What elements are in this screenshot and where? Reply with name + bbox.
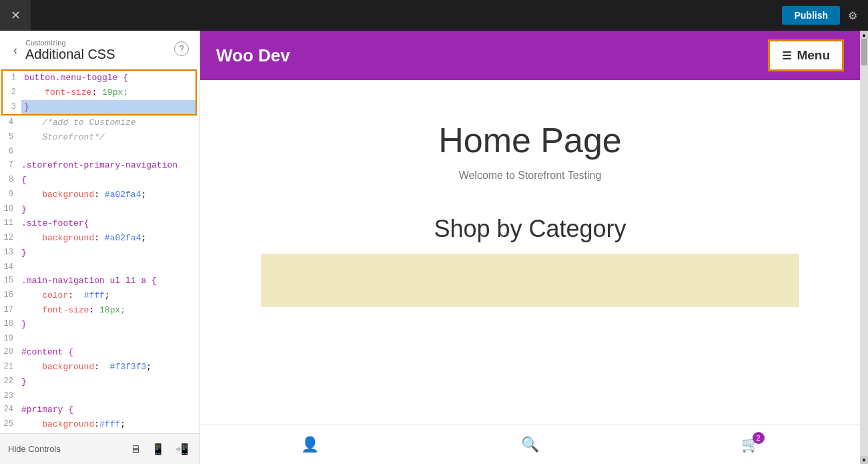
- line-number: 5: [0, 130, 19, 145]
- publish-button[interactable]: Publish: [782, 6, 840, 25]
- code-line: 5 Storefront*/: [0, 130, 199, 145]
- line-content: button.menu-toggle {: [21, 71, 195, 85]
- account-icon: 👤: [301, 436, 319, 453]
- preview-wrapper: Woo Dev ☰ Menu Home Page Welcome to Stor…: [200, 31, 868, 464]
- mobile-view-button[interactable]: 📲: [173, 440, 191, 458]
- search-button[interactable]: 🔍: [521, 436, 539, 453]
- site-content: Home Page Welcome to Storefront Testing …: [200, 80, 860, 424]
- hero-section: Home Page Welcome to Storefront Testing: [200, 80, 860, 208]
- code-editor[interactable]: 1button.menu-toggle {2 font-size: 19px;3…: [0, 69, 199, 433]
- code-line: 11.site-footer{: [0, 216, 199, 231]
- code-line: 14: [0, 260, 199, 274]
- shop-section: Shop by Category: [200, 208, 860, 307]
- line-content: Storefront*/: [19, 130, 199, 145]
- site-logo: Woo Dev: [216, 45, 290, 66]
- scrollbar-thumb[interactable]: [861, 39, 867, 65]
- code-line: 16 color: #fff;: [0, 288, 199, 303]
- line-content: }: [21, 100, 195, 115]
- search-icon: 🔍: [521, 436, 539, 453]
- line-content: [19, 332, 199, 345]
- close-button[interactable]: ✕: [0, 0, 31, 31]
- line-number: 7: [0, 158, 19, 173]
- line-number: 22: [0, 375, 19, 389]
- panel-title-group: Customizing Additional CSS: [25, 39, 115, 62]
- code-line: 9 background: #a02fa4;: [0, 188, 199, 202]
- category-placeholder: [261, 254, 799, 307]
- desktop-icon: 🖥: [130, 443, 141, 455]
- line-content: margin-top: 30px;: [19, 431, 199, 433]
- scroll-down-button[interactable]: ▼: [860, 456, 868, 464]
- account-button[interactable]: 👤: [301, 436, 319, 453]
- code-line: 20#content {: [0, 345, 199, 360]
- line-content: background:#fff;: [19, 417, 199, 432]
- line-content: background: #a02fa4;: [19, 231, 199, 246]
- line-content: font-size: 18px;: [19, 303, 199, 318]
- hide-controls-button[interactable]: Hide Controls: [8, 444, 61, 454]
- line-number: 12: [0, 231, 19, 246]
- line-number: 9: [0, 188, 19, 202]
- code-line: 17 font-size: 18px;: [0, 303, 199, 318]
- code-line: 3}: [3, 100, 195, 115]
- line-content: }: [19, 202, 199, 217]
- preview-area: Woo Dev ☰ Menu Home Page Welcome to Stor…: [200, 31, 868, 464]
- code-line: 2 font-size: 19px;: [3, 85, 195, 100]
- code-line: 19: [0, 332, 199, 345]
- code-line: 24#primary {: [0, 403, 199, 417]
- panel-header-left: ‹ Customizing Additional CSS: [11, 39, 115, 62]
- code-line: 13}: [0, 246, 199, 260]
- line-number: 18: [0, 317, 19, 332]
- tablet-icon: 📱: [151, 443, 165, 455]
- code-line: 8{: [0, 173, 199, 188]
- line-number: 25: [0, 417, 19, 432]
- main-area: ‹ Customizing Additional CSS ? 1button.m…: [0, 31, 868, 464]
- line-content: background: #a02fa4;: [19, 188, 199, 202]
- site-footer-bar: 👤 🔍 🛒 2: [200, 424, 860, 464]
- line-content: }: [19, 317, 199, 332]
- hero-subtitle: Welcome to Storefront Testing: [213, 170, 847, 182]
- line-number: 21: [0, 360, 19, 375]
- line-number: 23: [0, 389, 19, 403]
- tablet-view-button[interactable]: 📱: [149, 440, 167, 458]
- code-line: 26 margin-top: 30px;: [0, 431, 199, 433]
- line-number: 16: [0, 288, 19, 303]
- line-number: 20: [0, 345, 19, 360]
- code-line: 15.main-navigation ul li a {: [0, 274, 199, 288]
- line-content: background: #f3f3f3;: [19, 360, 199, 375]
- panel-title: Additional CSS: [25, 47, 115, 62]
- desktop-view-button[interactable]: 🖥: [127, 440, 143, 458]
- panel-subtitle: Customizing: [25, 39, 115, 47]
- line-number: 14: [0, 260, 19, 274]
- line-number: 19: [0, 332, 19, 345]
- hero-title: Home Page: [213, 120, 847, 160]
- scroll-up-button[interactable]: ▲: [860, 31, 868, 39]
- cart-button[interactable]: 🛒 2: [741, 436, 759, 453]
- code-line: 12 background: #a02fa4;: [0, 231, 199, 246]
- hide-controls-label: Hide Controls: [8, 444, 61, 454]
- code-line: 4 /*add to Customize: [0, 115, 199, 130]
- line-content: .storefront-primary-navigation: [19, 158, 199, 173]
- site-header: Woo Dev ☰ Menu: [200, 31, 860, 80]
- code-line: 25 background:#fff;: [0, 417, 199, 432]
- menu-toggle-button[interactable]: ☰ Menu: [768, 39, 844, 71]
- line-content: /*add to Customize: [19, 115, 199, 130]
- line-number: 15: [0, 274, 19, 288]
- back-button[interactable]: ‹: [11, 42, 20, 59]
- help-button[interactable]: ?: [174, 41, 189, 56]
- code-line: 6: [0, 145, 199, 158]
- settings-button[interactable]: ⚙: [845, 7, 860, 25]
- line-number: 3: [3, 100, 21, 115]
- line-content: }: [19, 246, 199, 260]
- mobile-icon: 📲: [175, 443, 189, 455]
- line-content: #primary {: [19, 403, 199, 417]
- line-number: 2: [3, 85, 21, 100]
- line-number: 6: [0, 145, 19, 158]
- view-icons: 🖥 📱 📲: [127, 440, 191, 458]
- hamburger-icon: ☰: [782, 49, 791, 62]
- left-panel: ‹ Customizing Additional CSS ? 1button.m…: [0, 31, 200, 464]
- line-content: .site-footer{: [19, 216, 199, 231]
- line-number: 24: [0, 403, 19, 417]
- code-line: 18}: [0, 317, 199, 332]
- cart-badge: 2: [753, 432, 765, 444]
- bottom-controls: Hide Controls 🖥 📱 📲: [0, 433, 199, 464]
- right-scrollbar[interactable]: ▲ ▼: [860, 31, 868, 464]
